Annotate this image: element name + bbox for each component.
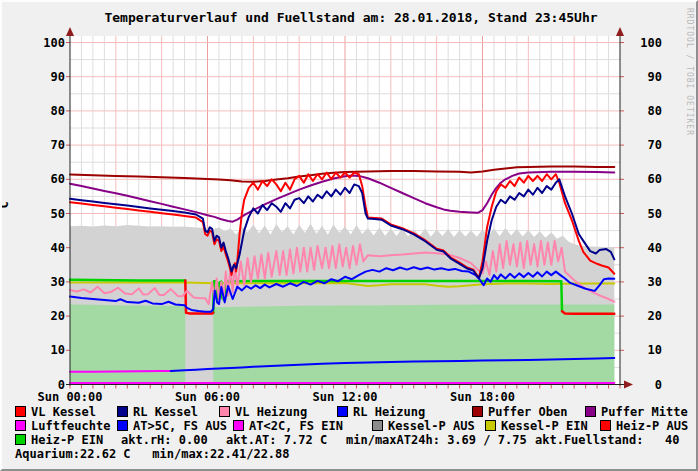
legend-label: Heiz-P EIN — [31, 433, 103, 447]
y-tick-label-right: 10 — [622, 344, 662, 357]
y-axis-arrow-left — [66, 27, 74, 36]
legend-label: Puffer Oben — [488, 405, 567, 419]
legend-text: akt.Fuellstand: 40 — [535, 434, 680, 446]
legend-label: Heiz-P AUS — [616, 419, 688, 433]
y-tick-label-right: 30 — [622, 276, 662, 289]
legend-item: RL Kessel — [117, 406, 198, 418]
x-tick-label: Sun 06:00 — [168, 391, 248, 404]
legend-label: RL Heizung — [353, 405, 425, 419]
area-heiz-p-ein-flaeche — [213, 305, 614, 385]
y-axis-arrow-right — [616, 27, 624, 36]
y-tick-label-left: 80 — [21, 105, 65, 118]
y-tick-label-right: 0 — [622, 379, 662, 392]
y-tick-label-left: 10 — [21, 344, 65, 357]
legend-swatch — [233, 420, 244, 431]
legend-item: AT>5C, FS AUS — [117, 420, 227, 432]
legend-swatch — [585, 406, 596, 417]
y-tick-label-left: 70 — [21, 139, 65, 152]
y-tick-label-right: 40 — [622, 242, 662, 255]
legend-label: AT>5C, FS AUS — [133, 419, 227, 433]
legend-item: Heiz-P AUS — [600, 420, 688, 432]
legend-item: VL Kessel — [15, 406, 96, 418]
legend-item: Kessel-P EIN — [485, 420, 588, 432]
y-tick-label-left: 50 — [21, 208, 65, 221]
series-at-2c-fs-ein — [70, 371, 171, 372]
y-tick-label-right: 20 — [622, 310, 662, 323]
legend-text: akt.AT: 7.72 C — [226, 434, 327, 446]
legend-swatch — [337, 406, 348, 417]
y-tick-label-left: 30 — [21, 276, 65, 289]
x-tick-label: Sun 12:00 — [305, 391, 385, 404]
legend-label: Puffer Mitte — [601, 405, 688, 419]
legend-label: min/maxAT24h: 3.69 / 7.75 — [346, 433, 527, 447]
y-tick-label-right: 70 — [622, 139, 662, 152]
legend-swatch — [15, 406, 26, 417]
y-tick-label-right: 90 — [622, 71, 662, 84]
legend-item: Heiz-P EIN — [15, 434, 103, 446]
legend-label: akt.AT: 7.72 C — [226, 433, 327, 447]
legend-swatch — [15, 420, 26, 431]
legend-label: VL Kessel — [31, 405, 96, 419]
x-tick-label: Sun 18:00 — [443, 391, 523, 404]
legend-swatch — [472, 406, 483, 417]
legend-item: Puffer Mitte — [585, 406, 688, 418]
series-heiz-p-ein — [70, 280, 185, 281]
y-tick-label-left: 60 — [21, 173, 65, 186]
legend-label: AT<2C, FS EIN — [249, 419, 343, 433]
y-tick-label-left: 90 — [21, 71, 65, 84]
legend-item: Luftfeuchte — [15, 420, 110, 432]
legend-text: min/maxAT24h: 3.69 / 7.75 — [346, 434, 527, 446]
rrd-graph-image: Temperaturverlauf und Fuellstand am: 28.… — [0, 0, 698, 471]
legend-label: akt.rH: 0.00 — [121, 433, 208, 447]
legend-label: Kessel-P AUS — [388, 419, 475, 433]
legend-label: Aquarium:22.62 C min/max:22.41/22.88 — [15, 447, 290, 461]
legend-swatch — [117, 406, 128, 417]
y-tick-label-left: 100 — [21, 37, 65, 50]
legend-swatch — [219, 406, 230, 417]
legend-item: Puffer Oben — [472, 406, 567, 418]
legend-swatch — [600, 420, 611, 431]
legend-label: Luftfeuchte — [31, 419, 110, 433]
legend-text: Aquarium:22.62 C min/max:22.41/22.88 — [15, 448, 290, 460]
legend-swatch — [372, 420, 383, 431]
y-tick-label-left: 40 — [21, 242, 65, 255]
y-tick-label-right: 80 — [622, 105, 662, 118]
legend-swatch — [117, 420, 128, 431]
legend-item: Kessel-P AUS — [372, 420, 475, 432]
legend-item: RL Heizung — [337, 406, 425, 418]
legend-swatch — [485, 420, 496, 431]
legend-label: VL Heizung — [235, 405, 307, 419]
legend-label: RL Kessel — [133, 405, 198, 419]
legend-item: AT<2C, FS EIN — [233, 420, 343, 432]
y-tick-label-right: 60 — [622, 173, 662, 186]
y-tick-label-left: 20 — [21, 310, 65, 323]
y-tick-label-right: 50 — [622, 208, 662, 221]
x-tick-label: Sun 00:00 — [30, 391, 110, 404]
legend-item: VL Heizung — [219, 406, 307, 418]
legend-swatch — [15, 434, 26, 445]
legend-label: akt.Fuellstand: 40 — [535, 433, 680, 447]
legend-label: Kessel-P EIN — [501, 419, 588, 433]
legend-text: akt.rH: 0.00 — [121, 434, 208, 446]
y-tick-label-right: 100 — [622, 37, 662, 50]
